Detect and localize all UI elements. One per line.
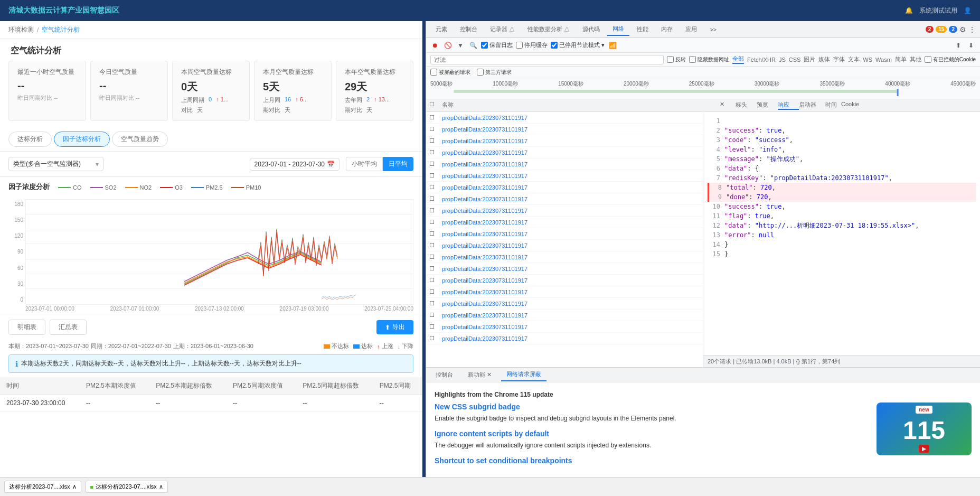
throttle-check[interactable] (551, 42, 558, 49)
filter-img[interactable]: 图片 (804, 55, 815, 63)
network-filter-input[interactable] (430, 55, 664, 64)
record-btn[interactable]: ⏺ (430, 41, 440, 50)
download-icon-dt[interactable]: ⬇ (966, 41, 976, 50)
filter-other[interactable]: 简单 (895, 55, 907, 63)
net-check-2[interactable]: ☐ (426, 137, 439, 144)
dt-tab-perf-data[interactable]: 性能数据分析 △ (522, 23, 575, 35)
net-row-5[interactable]: ☐ propDetailData:20230731101917 (426, 170, 703, 182)
db-tab-network-block[interactable]: 网络请求屏蔽 (501, 368, 546, 381)
preserve-log-label[interactable]: 保留日志 (481, 41, 513, 49)
net-check-7[interactable]: ☐ (426, 195, 439, 202)
net-row-8[interactable]: ☐ propDetailData:20230731101917 (426, 205, 703, 217)
detail-table-btn[interactable]: 明细表 (8, 320, 45, 335)
filter-font[interactable]: 字体 (833, 55, 845, 63)
hide-data-url-check[interactable] (689, 56, 696, 63)
db-tab-new[interactable]: 新功能 ✕ (463, 369, 497, 381)
net-row-0[interactable]: ☐ propDetailData:20230731101917 (426, 112, 703, 124)
net-row-14[interactable]: ☐ propDetailData:20230731101917 (426, 275, 703, 286)
new-tab-close[interactable]: ✕ (487, 371, 492, 378)
net-row-3[interactable]: ☐ propDetailData:20230731101917 (426, 147, 703, 158)
cookie-check-label[interactable]: 有已拦截的Cookie (925, 56, 976, 63)
dt-tab-network[interactable]: 网络 (607, 23, 629, 36)
db-tab-console[interactable]: 控制台 (430, 369, 458, 381)
dt-tab-elements[interactable]: 元素 (430, 23, 453, 35)
net-row-17[interactable]: ☐ propDetailData:20230731101917 (426, 310, 703, 321)
net-row-13[interactable]: ☐ propDetailData:20230731101917 (426, 263, 703, 275)
update-title-1[interactable]: Ignore content scripts by default (435, 429, 870, 438)
period-hour[interactable]: 小时平均 (346, 157, 383, 171)
dt-tab-source[interactable]: 源代码 (577, 23, 605, 35)
summary-table-btn[interactable]: 汇总表 (50, 320, 87, 335)
breadcrumb-item-1[interactable]: 环境检测 (8, 25, 34, 34)
disable-cache-check[interactable] (516, 42, 523, 49)
invert-check[interactable] (667, 56, 674, 63)
net-check-14[interactable]: ☐ (426, 277, 439, 284)
net-row-2[interactable]: ☐ propDetailData:20230731101917 (426, 135, 703, 147)
type-select[interactable]: 类型(多合一空气监测器) (8, 157, 103, 171)
net-check-8[interactable]: ☐ (426, 207, 439, 214)
filter-js[interactable]: JS (779, 57, 786, 63)
invert-check-label[interactable]: 反转 (667, 56, 686, 63)
net-row-10[interactable]: ☐ propDetailData:20230731101917 (426, 228, 703, 240)
net-check-17[interactable]: ☐ (426, 312, 439, 319)
third-party-label[interactable]: 第三方请求 (477, 69, 512, 76)
filter-media[interactable]: 媒体 (818, 55, 830, 63)
search-btn[interactable]: 🔍 (468, 41, 478, 50)
update-title-0[interactable]: New CSS subgrid badge (435, 403, 870, 411)
bell-icon[interactable]: 🔔 (905, 7, 913, 14)
net-row-12[interactable]: ☐ propDetailData:20230731101917 (426, 251, 703, 263)
blocked-req-check[interactable] (430, 69, 437, 76)
net-row-4[interactable]: ☐ propDetailData:20230731101917 (426, 158, 703, 170)
filter-fetch[interactable]: Fetch/XHR (747, 57, 776, 63)
net-check-5[interactable]: ☐ (426, 172, 439, 179)
net-check-1[interactable]: ☐ (426, 126, 439, 133)
settings-icon[interactable]: ⚙ (959, 25, 966, 34)
net-row-19[interactable]: ☐ propDetailData:20230731101917 (426, 333, 703, 344)
preserve-log-check[interactable] (481, 42, 488, 49)
disable-cache-label[interactable]: 停用缓存 (516, 41, 548, 49)
dt-tab-recorder[interactable]: 记录器 △ (485, 23, 520, 35)
tab-2[interactable]: 空气质量趋势 (112, 132, 168, 147)
net-check-9[interactable]: ☐ (426, 219, 439, 226)
blocked-req-label[interactable]: 被屏蔽的请求 (430, 69, 470, 76)
net-check-11[interactable]: ☐ (426, 242, 439, 249)
net-row-7[interactable]: ☐ propDetailData:20230731101917 (426, 193, 703, 205)
net-check-0[interactable]: ☐ (426, 114, 439, 121)
net-row-18[interactable]: ☐ propDetailData:20230731101917 (426, 321, 703, 333)
net-check-15[interactable]: ☐ (426, 288, 439, 295)
export-btn[interactable]: ⬆ 导出 (376, 320, 413, 334)
net-check-18[interactable]: ☐ (426, 323, 439, 330)
net-row-9[interactable]: ☐ propDetailData:20230731101917 (426, 217, 703, 228)
filter-btn[interactable]: ▼ (456, 41, 465, 50)
third-party-check[interactable] (477, 69, 484, 76)
tab-0[interactable]: 达标分析 (8, 132, 52, 147)
net-row-1[interactable]: ☐ propDetailData:20230731101917 (426, 124, 703, 135)
period-day[interactable]: 日平均 (383, 157, 413, 171)
throttle-label[interactable]: 已停用节流模式 ▾ (551, 41, 605, 49)
dt-tab-more[interactable]: >> (704, 24, 722, 35)
more-icon[interactable]: ⋮ (968, 25, 976, 34)
wifi-icon[interactable]: 📶 (608, 41, 617, 50)
filter-other2[interactable]: 其他 (910, 55, 921, 63)
cookie-check[interactable] (925, 56, 931, 63)
net-check-19[interactable]: ☐ (426, 335, 439, 342)
tab-1[interactable]: 因子达标分析 (54, 132, 110, 147)
dt-tab-console[interactable]: 控制台 (455, 23, 483, 35)
filter-css[interactable]: CSS (789, 57, 801, 63)
net-check-13[interactable]: ☐ (426, 265, 439, 272)
filter-ws[interactable]: WS (863, 57, 872, 63)
net-row-6[interactable]: ☐ propDetailData:20230731101917 (426, 182, 703, 193)
dt-tab-app[interactable]: 应用 (680, 23, 702, 35)
net-check-12[interactable]: ☐ (426, 254, 439, 260)
net-check-4[interactable]: ☐ (426, 161, 439, 167)
upload-icon-dt[interactable]: ⬆ (954, 41, 963, 50)
update-title-2[interactable]: Shortcut to set conditional breakpoints (435, 456, 870, 465)
net-row-16[interactable]: ☐ propDetailData:20230731101917 (426, 298, 703, 310)
net-row-11[interactable]: ☐ propDetailData:20230731101917 (426, 240, 703, 251)
net-check-16[interactable]: ☐ (426, 300, 439, 307)
clear-btn[interactable]: 🚫 (443, 41, 453, 50)
dt-tab-memory[interactable]: 内存 (656, 23, 678, 35)
filter-all[interactable]: 全部 (732, 55, 744, 64)
net-check-10[interactable]: ☐ (426, 230, 439, 237)
net-check-3[interactable]: ☐ (426, 149, 439, 156)
